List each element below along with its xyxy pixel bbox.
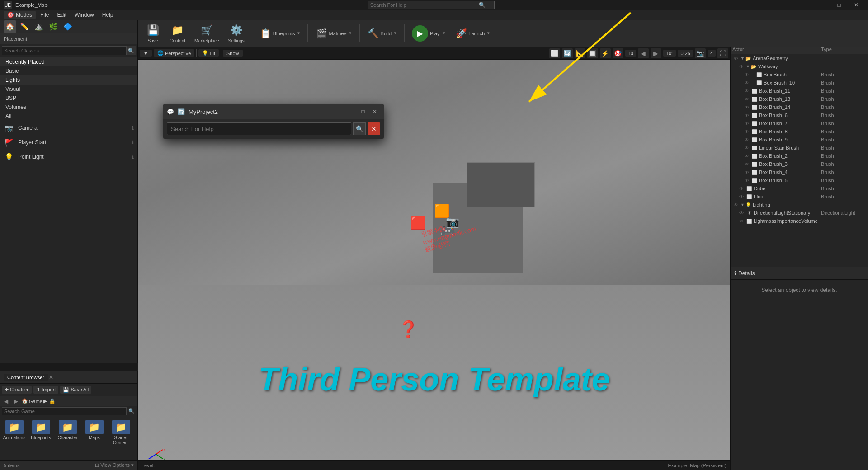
eye-icon[interactable]: 👁 <box>743 136 750 143</box>
placement-search-button[interactable]: 🔍 <box>127 46 136 55</box>
close-button[interactable]: ✕ <box>848 0 864 10</box>
help-search-input[interactable] <box>167 122 351 135</box>
vp-icon-1[interactable]: ⬜ <box>549 48 560 58</box>
menu-help[interactable]: Help <box>99 11 117 19</box>
eye-icon[interactable]: 👁 <box>743 120 750 127</box>
cb-back-button[interactable]: ◀ <box>2 397 10 405</box>
eye-icon[interactable]: 👁 <box>743 87 750 94</box>
outliner-item-box-brush-7[interactable]: 👁 ⬜ Box Brush_7 Brush <box>731 119 868 127</box>
geometry-mode-icon[interactable]: 🔷 <box>61 20 74 33</box>
grid-increase-button[interactable]: ▶ <box>651 48 661 58</box>
import-button[interactable]: ⬆ Import <box>33 386 58 394</box>
matinee-button[interactable]: 🎬 Matinee ▼ <box>311 22 355 45</box>
outliner-item-linear-stair[interactable]: 👁 ⬜ Linear Stair Brush Brush <box>731 144 868 152</box>
outliner-item-lightmass[interactable]: 👁 ⬜ LightmassImportanceVolume <box>731 217 868 225</box>
outliner-item-cube[interactable]: 👁 ⬜ Cube Brush <box>731 184 868 193</box>
vp-icon-3[interactable]: 📐 <box>575 48 585 58</box>
eye-icon[interactable]: 👁 <box>738 63 745 70</box>
landscape-mode-icon[interactable]: ⛰️ <box>33 20 45 33</box>
menu-file[interactable]: File <box>37 11 52 19</box>
eye-icon[interactable]: 👁 <box>743 71 750 78</box>
minimize-button[interactable]: ─ <box>814 0 830 10</box>
help-search-button[interactable]: 🔍 <box>353 122 366 135</box>
vp-icon-4[interactable]: 🔲 <box>587 48 598 58</box>
help-popup-maximize[interactable]: □ <box>358 106 368 117</box>
perspective-button[interactable]: 🌐 Perspective <box>154 49 194 57</box>
lit-button[interactable]: 💡 Lit <box>198 49 219 57</box>
eye-icon[interactable]: 👁 <box>743 177 750 184</box>
play-button[interactable]: ▶ Play ▼ <box>408 22 449 45</box>
category-all[interactable]: All <box>0 112 137 121</box>
outliner-item-walkway[interactable]: 👁 ▼ 📂 Walkway <box>731 62 868 70</box>
vp-icon-2[interactable]: 🔄 <box>562 48 573 58</box>
outliner-item-box-brush[interactable]: 👁 ⬜ Box Brush Brush <box>731 70 868 79</box>
cb-folder-maps[interactable]: 📁 Maps <box>82 418 107 447</box>
placement-item-point-light[interactable]: 💡 Point Light ℹ <box>0 150 137 160</box>
help-cancel-button[interactable]: ✕ <box>368 122 380 135</box>
outliner-item-box-brush-5[interactable]: 👁 ⬜ Box Brush_5 Brush <box>731 176 868 184</box>
top-search-input[interactable] <box>370 2 479 8</box>
cb-folder-blueprints[interactable]: 📁 Blueprints <box>28 418 53 447</box>
outliner-item-box-brush-10[interactable]: 👁 ⬜ Box Brush_10 Brush <box>731 79 868 87</box>
content-browser-tab[interactable]: Content Browser <box>4 374 48 381</box>
outliner-item-box-brush-13[interactable]: 👁 ⬜ Box Brush_13 Brush <box>731 95 868 103</box>
category-lights[interactable]: Lights <box>0 75 137 85</box>
eye-icon[interactable]: 👁 <box>743 103 750 111</box>
cb-folder-starter-content[interactable]: 📁 Starter Content <box>108 418 133 447</box>
maximize-button[interactable]: □ <box>831 0 847 10</box>
placement-item-player-start[interactable]: 🚩 Player Start ℹ <box>0 135 137 150</box>
camera-info[interactable]: ℹ <box>132 125 134 131</box>
cb-folder-character[interactable]: 📁 Character <box>55 418 80 447</box>
eye-icon[interactable]: 👁 <box>738 217 745 225</box>
eye-icon[interactable]: 👁 <box>743 152 750 160</box>
cb-folder-animations[interactable]: 📁 Animations <box>2 418 27 447</box>
outliner-item-box-brush-2[interactable]: 👁 ⬜ Box Brush_2 Brush <box>731 152 868 160</box>
cb-close-icon[interactable]: ✕ <box>49 374 53 381</box>
save-all-button[interactable]: 💾 Save All <box>60 386 91 394</box>
outliner-item-directional-light[interactable]: 👁 ☀ DirectionalLightStationary Direction… <box>731 209 868 217</box>
outliner-item-box-brush-4[interactable]: 👁 ⬜ Box Brush_4 Brush <box>731 168 868 176</box>
eye-icon[interactable]: 👁 <box>732 55 740 62</box>
outliner-item-box-brush-9[interactable]: 👁 ⬜ Box Brush_9 Brush <box>731 136 868 144</box>
outliner-item-box-brush-3[interactable]: 👁 ⬜ Box Brush_3 Brush <box>731 160 868 168</box>
eye-icon[interactable]: 👁 <box>743 79 750 86</box>
viewport-type-button[interactable]: ▼ <box>140 50 152 57</box>
outliner-item-box-brush-11[interactable]: 👁 ⬜ Box Brush_11 Brush <box>731 87 868 95</box>
show-button[interactable]: Show <box>223 50 243 57</box>
eye-icon[interactable]: 👁 <box>743 144 750 151</box>
placement-item-camera[interactable]: 📷 Camera ℹ <box>0 121 137 135</box>
modes-button[interactable]: 🎯 Modes <box>4 11 36 19</box>
menu-edit[interactable]: Edit <box>53 11 70 19</box>
create-button[interactable]: ✚ Create ▾ <box>2 386 32 394</box>
cb-view-options-button[interactable]: ⊞ View Options ▾ <box>95 462 134 468</box>
cb-search-input[interactable] <box>2 407 127 415</box>
camera-speed-icon[interactable]: 📷 <box>695 48 706 58</box>
maximize-viewport-button[interactable]: ⛶ <box>717 48 728 58</box>
category-visual[interactable]: Visual <box>0 85 137 94</box>
outliner-item-box-brush-8[interactable]: 👁 ⬜ Box Brush_8 Brush <box>731 127 868 136</box>
cb-search-button[interactable]: 🔍 <box>127 407 136 415</box>
eye-icon[interactable]: 👁 <box>738 209 745 216</box>
launch-button[interactable]: 🚀 Launch ▼ <box>451 22 494 45</box>
category-bsp[interactable]: BSP <box>0 94 137 103</box>
outliner-item-arena-geometry[interactable]: 👁 ▼ 📂 ArenaGeometry <box>731 54 868 62</box>
placement-mode-icon[interactable]: 🏠 <box>4 20 16 33</box>
eye-icon[interactable]: 👁 <box>738 193 745 200</box>
eye-icon[interactable]: 👁 <box>743 169 750 176</box>
eye-icon[interactable]: 👁 <box>743 128 750 135</box>
outliner-item-lighting[interactable]: 👁 ▼ 💡 Lighting <box>731 201 868 209</box>
category-volumes[interactable]: Volumes <box>0 103 137 112</box>
vp-icon-6[interactable]: 🎯 <box>613 48 623 58</box>
player-start-info[interactable]: ℹ <box>132 140 134 146</box>
grid-decrease-button[interactable]: ◀ <box>638 48 649 58</box>
eye-icon[interactable]: 👁 <box>743 160 750 168</box>
help-popup-close[interactable]: ✕ <box>369 106 380 117</box>
blueprints-button[interactable]: 📋 Blueprints ▼ <box>256 22 304 45</box>
outliner-item-box-brush-14[interactable]: 👁 ⬜ Box Brush_14 Brush <box>731 103 868 111</box>
top-search-bar[interactable]: 🔍 <box>368 1 495 9</box>
help-popup-window[interactable]: 💬 🔄 MyProject2 ─ □ ✕ 🔍 ✕ <box>163 104 384 139</box>
settings-button[interactable]: ⚙️ Settings <box>225 22 248 45</box>
point-light-info[interactable]: ℹ <box>132 154 134 160</box>
marketplace-button[interactable]: 🛒 Marketplace <box>191 22 222 45</box>
eye-icon[interactable]: 👁 <box>743 95 750 103</box>
